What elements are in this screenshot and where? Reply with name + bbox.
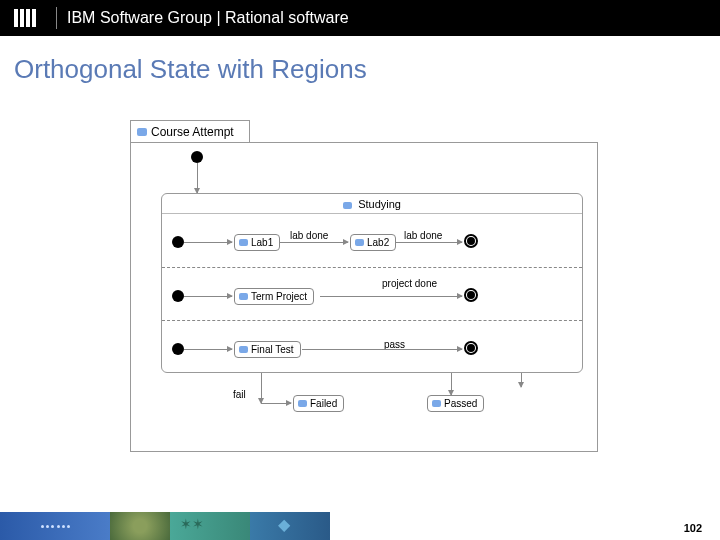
- state-icon: [239, 239, 248, 246]
- state-label: Passed: [444, 398, 477, 409]
- state-icon: [137, 128, 147, 136]
- page-number: 102: [684, 522, 702, 534]
- state-label: Final Test: [251, 344, 294, 355]
- transition-label: lab done: [404, 230, 442, 241]
- transition-arrow: [184, 349, 232, 350]
- initial-pseudostate: [172, 290, 184, 302]
- state-failed: Failed: [293, 395, 344, 412]
- state-lab2: Lab2: [350, 234, 396, 251]
- footer-strip-4: [250, 512, 330, 540]
- header-text: IBM Software Group | Rational software: [67, 9, 349, 27]
- state-label: Failed: [310, 398, 337, 409]
- state-icon: [343, 202, 352, 209]
- state-passed: Passed: [427, 395, 484, 412]
- region-2: Term Project project done: [162, 267, 582, 320]
- transition-arrow: [184, 242, 232, 243]
- exit-line: [521, 373, 522, 387]
- pass-arrow: [451, 373, 452, 395]
- state-icon: [239, 293, 248, 300]
- transition-label: project done: [382, 278, 437, 289]
- state-icon: [432, 400, 441, 407]
- composite-state: Studying Lab1 lab done Lab2 lab done: [161, 193, 583, 373]
- footer-strip-2: [110, 512, 170, 540]
- fail-label: fail: [233, 389, 246, 400]
- outer-state-frame: Studying Lab1 lab done Lab2 lab done: [130, 142, 598, 452]
- final-state: [464, 288, 478, 302]
- footer-strip-1: [0, 512, 110, 540]
- state-label: Lab1: [251, 237, 273, 248]
- state-lab1: Lab1: [234, 234, 280, 251]
- footer-strip-3: [170, 512, 250, 540]
- init-arrow: [197, 163, 198, 193]
- composite-state-header: Studying: [162, 194, 582, 214]
- transition-arrow: [396, 242, 462, 243]
- state-term-project: Term Project: [234, 288, 314, 305]
- initial-pseudostate: [172, 343, 184, 355]
- state-icon: [355, 239, 364, 246]
- state-label: Term Project: [251, 291, 307, 302]
- initial-pseudostate: [172, 236, 184, 248]
- footer: [0, 512, 720, 540]
- region-1: Lab1 lab done Lab2 lab done: [162, 214, 582, 267]
- final-state: [464, 341, 478, 355]
- state-icon: [298, 400, 307, 407]
- footer-strip-5: [330, 512, 720, 540]
- transition-arrow: [302, 349, 462, 350]
- outer-state-tab: Course Attempt: [130, 120, 250, 142]
- transition-label: lab done: [290, 230, 328, 241]
- transition-arrow: [320, 296, 462, 297]
- fail-arrow-h: [261, 403, 291, 404]
- state-icon: [239, 346, 248, 353]
- header-bar: IBM Software Group | Rational software: [0, 0, 720, 36]
- ibm-logo: [14, 9, 36, 27]
- initial-pseudostate: [191, 151, 203, 163]
- state-final-test: Final Test: [234, 341, 301, 358]
- transition-arrow: [280, 242, 348, 243]
- transition-arrow: [184, 296, 232, 297]
- region-3: Final Test pass: [162, 320, 582, 373]
- fail-arrow: [261, 373, 262, 403]
- state-diagram: Course Attempt Studying Lab1 lab done: [130, 120, 600, 460]
- composite-state-label: Studying: [358, 198, 401, 210]
- outer-state-label: Course Attempt: [151, 125, 234, 139]
- header-divider: [56, 7, 57, 29]
- slide-title: Orthogonal State with Regions: [0, 36, 720, 95]
- final-state: [464, 234, 478, 248]
- state-label: Lab2: [367, 237, 389, 248]
